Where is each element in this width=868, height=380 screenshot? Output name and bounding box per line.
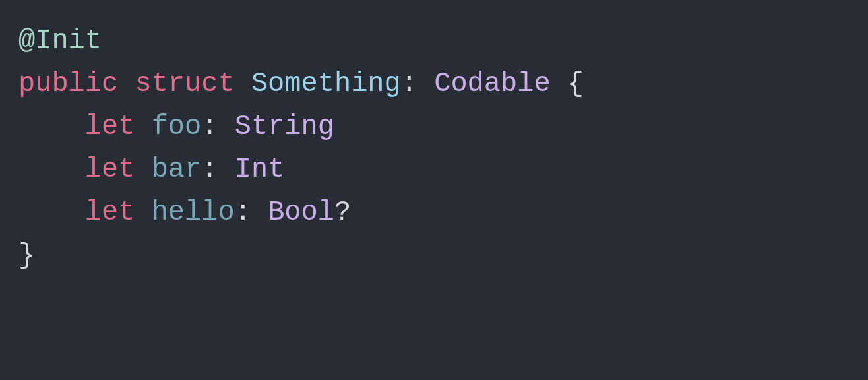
code-line-5: let hello: Bool? xyxy=(18,191,850,234)
property-name: hello xyxy=(152,197,235,228)
code-line-3: let foo: String xyxy=(18,106,850,148)
type-name: Something xyxy=(251,68,401,100)
code-line-6: } xyxy=(18,234,850,277)
brace-close: } xyxy=(18,239,35,271)
keyword-let: let xyxy=(85,111,135,142)
colon: : xyxy=(201,154,218,185)
colon: : xyxy=(235,197,251,228)
type: Int xyxy=(235,154,285,185)
protocol-name: Codable xyxy=(434,68,550,100)
type: Bool xyxy=(268,197,334,228)
colon: : xyxy=(401,68,418,100)
keyword-struct: struct xyxy=(135,68,234,100)
brace-open: { xyxy=(567,68,584,100)
code-line-4: let bar: Int xyxy=(18,148,850,191)
colon: : xyxy=(201,111,218,142)
property-name: bar xyxy=(152,154,202,185)
type: String xyxy=(235,111,334,142)
keyword-public: public xyxy=(18,68,118,100)
optional-mark: ? xyxy=(334,197,351,228)
attribute-annotation: @Init xyxy=(18,25,102,57)
keyword-let: let xyxy=(85,197,135,228)
property-name: foo xyxy=(152,111,202,142)
code-block: @Init public struct Something: Codable {… xyxy=(18,20,850,278)
code-line-2: public struct Something: Codable { xyxy=(18,63,850,106)
code-line-1: @Init xyxy=(18,20,850,63)
keyword-let: let xyxy=(85,154,135,185)
